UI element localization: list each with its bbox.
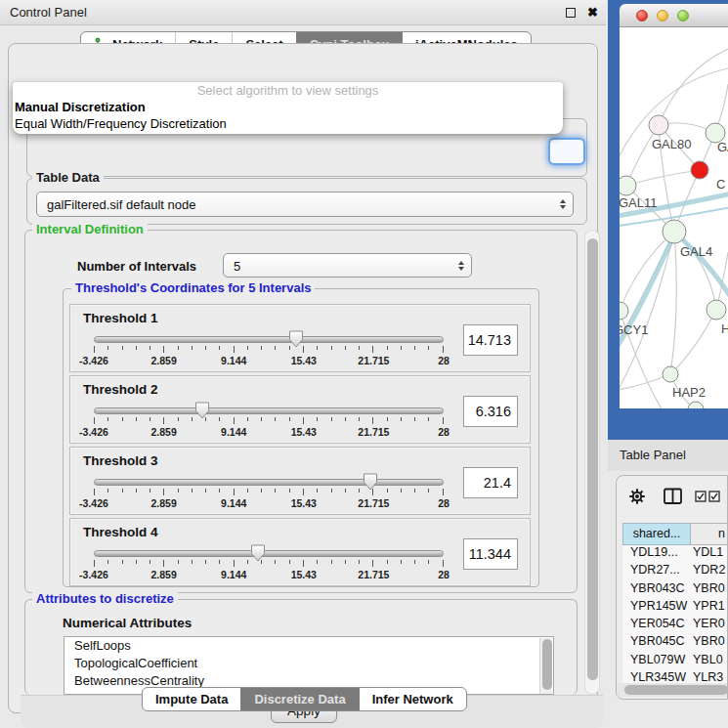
tab-impute-data[interactable]: Impute Data	[143, 688, 240, 710]
checkbox-icon[interactable]	[708, 491, 720, 502]
tick-label: 9.144	[221, 569, 246, 580]
cell-name: YLR3	[689, 670, 723, 683]
tick-label: -3.426	[79, 569, 108, 580]
bottom-tab-bar: Impute DataDiscretize DataInfer Network	[142, 687, 467, 711]
panel-scrollbar-thumb[interactable]	[587, 238, 598, 680]
table-rows[interactable]: YDL19...YDL1YDR27...YDR2YBR043CYBR0YPR14…	[622, 545, 728, 683]
float-window-icon[interactable]	[566, 8, 576, 18]
slider-ticks	[94, 489, 444, 496]
threshold-title: Threshold 3	[83, 453, 158, 468]
node-label: GAL4	[680, 244, 712, 259]
threshold-value-field[interactable]: 11.344	[463, 538, 518, 570]
tick-label: 15.43	[291, 569, 317, 580]
cell-name: YDR2	[689, 563, 725, 577]
tick-label: 21.715	[358, 426, 389, 438]
network-edge	[620, 235, 674, 356]
cell-shared-name: YPR145W	[622, 599, 689, 613]
panel-vertical-scrollbar[interactable]	[584, 230, 600, 695]
attribute-list-item[interactable]: TopologicalCoefficient	[64, 655, 553, 672]
algorithm-combobox-focus-ring[interactable]	[548, 138, 585, 165]
tick-label: 15.43	[291, 355, 317, 366]
attribute-list-item[interactable]: SelfLoops	[64, 637, 553, 655]
table-row[interactable]: YER054CYER0	[622, 617, 728, 634]
cell-shared-name: YBL079W	[622, 653, 689, 666]
table-horizontal-scrollbar[interactable]	[617, 683, 728, 697]
tick-label: 2.859	[150, 355, 176, 366]
slider-track[interactable]	[94, 336, 444, 343]
network-node[interactable]	[688, 402, 704, 408]
tick-label: -3.426	[79, 426, 108, 438]
column-header-name[interactable]: n	[691, 523, 728, 545]
cell-shared-name: YLR345W	[622, 670, 689, 683]
checkbox-icon[interactable]	[695, 491, 707, 502]
cell-shared-name: YBR043C	[622, 581, 689, 595]
tick-label: 2.859	[150, 426, 176, 438]
table-data-label: Table Data	[32, 171, 104, 185]
table-panel-title: Table Panel	[620, 448, 686, 462]
network-node-hap2[interactable]	[663, 366, 678, 382]
combo-stepper-icon	[560, 199, 566, 209]
network-node-gal4[interactable]	[663, 220, 686, 243]
cell-name: YBR0	[689, 634, 725, 648]
gear-icon[interactable]	[628, 488, 646, 505]
threshold-value-field[interactable]: 21.4	[463, 467, 518, 498]
algorithm-dropdown-popup: Select algorithm to view settings Manual…	[13, 82, 563, 134]
slider-tick-labels: -3.4262.8599.14415.4321.71528	[94, 355, 444, 366]
close-icon[interactable]: ✖	[587, 4, 598, 21]
network-node-gal80[interactable]	[649, 115, 668, 135]
slider-track[interactable]	[94, 479, 444, 486]
node-label: GA	[717, 140, 728, 154]
tick-label: 15.43	[291, 497, 317, 509]
tab-infer-network[interactable]: Infer Network	[359, 688, 466, 710]
threshold-panel-3: Threshold 3-3.4262.8599.14415.4321.71528…	[69, 447, 531, 515]
algorithm-option[interactable]: Manual Discretization	[13, 99, 563, 115]
network-node-gal11[interactable]	[620, 176, 636, 195]
network-canvas[interactable]: GAL80GACGAL11GAL4GCY1HHAP2	[620, 27, 728, 408]
zoom-traffic-light-icon[interactable]	[677, 10, 689, 21]
threshold-value-field[interactable]: 6.316	[463, 396, 518, 427]
table-row[interactable]: YLR345WYLR3	[622, 670, 728, 683]
columns-icon[interactable]	[664, 488, 683, 505]
table-row[interactable]: YBL079WYBL0	[622, 653, 728, 670]
network-edge	[670, 232, 676, 374]
network-node-c[interactable]	[691, 161, 708, 179]
threshold-slider: -3.4262.8599.14415.4321.71528	[94, 544, 444, 585]
network-node-h[interactable]	[707, 300, 726, 320]
table-row[interactable]: YBR045CYBR0	[622, 634, 728, 652]
network-view-window: GAL80GACGAL11GAL4GCY1HHAP2	[608, 0, 728, 440]
attributes-scrollbar-thumb[interactable]	[542, 639, 552, 690]
table-hscrollbar-thumb[interactable]	[624, 685, 728, 695]
table-row[interactable]: YPR145WYPR1	[622, 599, 728, 617]
column-header-shared[interactable]: shared...	[622, 523, 691, 545]
table-row[interactable]: YDL19...YDL1	[622, 545, 728, 563]
tab-label: Discretize Data	[254, 692, 345, 707]
table-data-combobox[interactable]: galFiltered.sif default node	[36, 192, 574, 217]
tick-label: 9.144	[221, 426, 246, 438]
threshold-value-field[interactable]: 14.713	[463, 324, 518, 356]
tick-label: 15.43	[291, 426, 317, 438]
algorithm-placeholder-option[interactable]: Select algorithm to view settings	[13, 83, 563, 99]
network-edge	[620, 68, 728, 172]
slider-ticks	[94, 560, 444, 568]
table-row[interactable]: YBR043CYBR0	[622, 581, 728, 599]
slider-tick-labels: -3.4262.8599.14415.4321.71528	[94, 569, 444, 580]
close-traffic-light-icon[interactable]	[636, 10, 648, 21]
number-of-intervals-combobox[interactable]: 5	[223, 253, 472, 278]
control-panel-title: Control Panel	[10, 5, 87, 20]
attributes-list-scrollbar[interactable]	[539, 638, 552, 695]
tab-discretize-data[interactable]: Discretize Data	[240, 688, 358, 710]
network-node-gcy1[interactable]	[620, 302, 628, 320]
attributes-group-label: Attributes to discretize	[32, 592, 178, 606]
thresholds-group-label: Threshold's Coordinates for 5 Intervals	[71, 281, 315, 295]
slider-track[interactable]	[94, 550, 444, 557]
slider-ticks	[94, 346, 444, 354]
minimize-traffic-light-icon[interactable]	[657, 10, 668, 21]
table-row[interactable]: YDR27...YDR2	[622, 563, 728, 580]
algorithm-option[interactable]: Equal Width/Frequency Discretization	[13, 115, 563, 132]
threshold-title: Threshold 2	[83, 382, 158, 397]
slider-track[interactable]	[94, 407, 444, 414]
tick-label: 9.144	[221, 355, 246, 366]
numerical-attributes-list[interactable]: SelfLoopsTopologicalCoefficientBetweenne…	[64, 636, 554, 695]
control-panel: Control Panel ✖ NetworkStyleSelectCyni T…	[0, 0, 606, 728]
tick-label: 21.715	[358, 355, 389, 366]
